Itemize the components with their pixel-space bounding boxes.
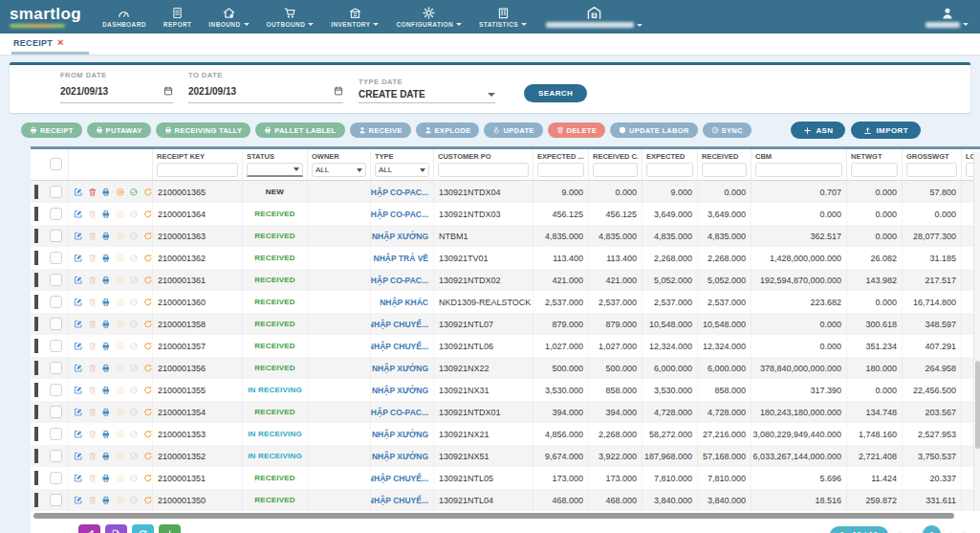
edit-icon[interactable] [74, 452, 83, 461]
target-icon[interactable] [116, 430, 125, 439]
print-icon[interactable] [101, 320, 111, 329]
type-link[interactable]: NHẬP TRẢ VỀ [374, 254, 428, 263]
type-link[interactable]: NHẬP CO-PAC... [371, 408, 428, 417]
filter-input-expected[interactable] [646, 163, 693, 177]
print-icon[interactable] [101, 276, 111, 285]
filter-input-netwgt[interactable] [851, 163, 898, 177]
sync-button[interactable]: SYNC [703, 122, 751, 138]
row-checkbox[interactable] [50, 274, 62, 286]
target-icon[interactable] [116, 232, 125, 241]
refresh-icon[interactable] [143, 408, 153, 417]
nav-item-dashboard[interactable]: DASHBOARD [102, 7, 146, 28]
print-icon[interactable] [101, 232, 111, 241]
edit-icon[interactable] [74, 276, 83, 285]
type-date-select[interactable]: TYPE DATE CREATE DATE [359, 78, 495, 103]
filter-input-cbm[interactable] [755, 163, 842, 177]
refresh-icon[interactable] [143, 210, 153, 219]
type-link[interactable]: NHẬP XƯỞNG [372, 452, 428, 461]
target-icon[interactable] [116, 210, 125, 219]
refresh-button[interactable] [132, 524, 154, 533]
select-all-checkbox[interactable] [50, 158, 62, 170]
nav-item-inventory[interactable]: INVENTORY [331, 7, 379, 28]
trash-icon[interactable] [88, 430, 98, 439]
trash-icon[interactable] [88, 474, 98, 483]
row-checkbox[interactable] [50, 384, 62, 396]
pallet-lablel-button[interactable]: PALLET LABLEL [255, 122, 344, 138]
print-icon[interactable] [101, 430, 111, 439]
receive-button[interactable]: RECEIVE [350, 122, 411, 138]
trash-icon[interactable] [88, 254, 98, 263]
row-checkbox[interactable] [50, 362, 62, 374]
row-drag-handle[interactable] [34, 317, 38, 331]
import-button[interactable]: IMPORT [851, 122, 921, 139]
row-checkbox[interactable] [50, 186, 62, 198]
row-drag-handle[interactable] [34, 273, 38, 287]
nav-item-configuration[interactable]: CONFIGURATION [396, 7, 462, 28]
target-icon[interactable] [116, 474, 125, 483]
row-checkbox[interactable] [50, 450, 62, 462]
type-link[interactable]: NHẬP XƯỞNG [372, 386, 428, 395]
print-icon[interactable] [101, 452, 111, 461]
refresh-icon[interactable] [143, 232, 153, 241]
target-icon[interactable] [116, 386, 125, 395]
refresh-icon[interactable] [143, 364, 153, 373]
edit-icon[interactable] [74, 254, 83, 263]
check-circle-icon[interactable] [129, 342, 139, 351]
refresh-icon[interactable] [143, 452, 153, 461]
row-checkbox[interactable] [50, 340, 62, 352]
edit-icon[interactable] [74, 474, 83, 483]
trash-icon[interactable] [88, 342, 98, 351]
edit-icon[interactable] [74, 364, 83, 373]
row-checkbox[interactable] [50, 472, 62, 484]
refresh-icon[interactable] [143, 496, 153, 505]
row-checkbox[interactable] [50, 318, 62, 330]
print-icon[interactable] [101, 210, 111, 219]
edit-icon[interactable] [74, 232, 83, 241]
share-button[interactable] [78, 524, 100, 533]
type-link[interactable]: NHẬP CHUYỂ... [371, 474, 428, 483]
row-drag-handle[interactable] [34, 449, 38, 463]
trash-icon[interactable] [88, 386, 98, 395]
row-drag-handle[interactable] [34, 405, 38, 419]
type-link[interactable]: NHẬP CHUYỂ... [371, 320, 428, 329]
filter-input-received_qty[interactable] [593, 163, 638, 177]
row-drag-handle[interactable] [34, 361, 38, 375]
trash-icon[interactable] [88, 496, 98, 505]
filter-select-type[interactable]: ALL [375, 163, 429, 177]
check-circle-icon[interactable] [129, 386, 139, 395]
row-drag-handle[interactable] [34, 493, 38, 507]
row-drag-handle[interactable] [34, 383, 38, 397]
target-icon[interactable] [116, 276, 125, 285]
row-checkbox[interactable] [50, 230, 62, 242]
trash-icon[interactable] [88, 232, 98, 241]
check-circle-icon[interactable] [129, 276, 139, 285]
check-circle-icon[interactable] [129, 452, 139, 461]
target-icon[interactable] [116, 342, 125, 351]
type-link[interactable]: NHẬP CHUYỂ... [371, 342, 428, 351]
check-circle-icon[interactable] [129, 430, 139, 439]
check-circle-icon[interactable] [129, 298, 139, 307]
type-link[interactable]: NHẬP CHUYỂ... [371, 496, 428, 505]
target-icon[interactable] [116, 408, 125, 417]
trash-icon[interactable] [88, 452, 98, 461]
type-link[interactable]: NHẬP CO-PAC... [371, 210, 428, 219]
edit-icon[interactable] [74, 430, 83, 439]
print-icon[interactable] [101, 386, 111, 395]
edit-icon[interactable] [74, 298, 83, 307]
tab-receipt[interactable]: RECEIPT × [11, 33, 89, 55]
delete-button[interactable]: DELETE [548, 122, 605, 138]
row-checkbox[interactable] [50, 406, 62, 418]
row-drag-handle[interactable] [34, 229, 38, 243]
next-page-button[interactable]: › [949, 530, 952, 533]
filter-input-grosswgt[interactable] [906, 163, 957, 177]
print-icon[interactable] [101, 342, 111, 351]
refresh-icon[interactable] [143, 386, 153, 395]
nav-item-inbound[interactable]: INBOUND [208, 7, 249, 28]
filter-input-customer_po[interactable] [438, 163, 529, 177]
row-checkbox[interactable] [50, 428, 62, 440]
type-link[interactable]: NHẬP CO-PAC... [371, 276, 428, 285]
refresh-icon[interactable] [143, 298, 153, 307]
close-icon[interactable]: × [57, 37, 64, 48]
check-circle-icon[interactable] [129, 408, 139, 417]
from-date-field[interactable]: FROM DATE 2021/09/13 [60, 71, 173, 103]
